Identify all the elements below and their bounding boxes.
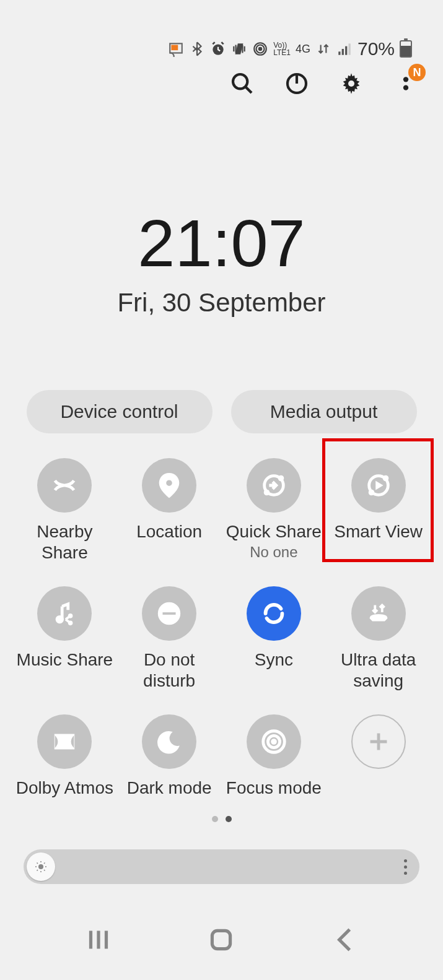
alarm-icon [210, 41, 226, 57]
hotspot-icon [252, 41, 268, 57]
svg-point-10 [233, 74, 247, 89]
brightness-slider[interactable] [24, 849, 419, 884]
tile-location[interactable]: Location [117, 453, 222, 563]
tile-dark-mode[interactable]: Dark mode [117, 709, 222, 799]
search-icon[interactable] [230, 71, 255, 96]
music-share-icon [37, 586, 92, 641]
clock-block: 21:07 Fri, 30 September [0, 204, 443, 318]
power-icon[interactable] [284, 71, 309, 96]
tile-focus-mode[interactable]: Focus mode [222, 709, 327, 799]
tile-quick-share[interactable]: Quick Share No one [222, 453, 327, 563]
network-text: 4G [296, 43, 310, 56]
clock-time: 21:07 [0, 204, 443, 282]
svg-point-21 [383, 476, 388, 481]
pill-row: Device control Media output [0, 390, 443, 433]
quick-share-icon [247, 458, 301, 513]
svg-rect-9 [348, 43, 350, 54]
nav-back-button[interactable] [329, 924, 360, 955]
svg-point-15 [403, 85, 408, 90]
notification-badge: N [408, 64, 426, 81]
tile-nearby-share[interactable]: Nearby Share [12, 453, 117, 563]
tile-sublabel: No one [250, 544, 297, 561]
moon-icon [142, 714, 196, 769]
cast-icon [168, 41, 184, 57]
quick-panel-toolbar: N [0, 71, 443, 96]
data-arrows-icon [315, 41, 331, 57]
nav-recents-button[interactable] [83, 924, 114, 955]
tile-label: Do not disturb [117, 649, 222, 691]
page-dot-active [226, 816, 232, 822]
status-bar: Vo)) LTE1 4G 70% [168, 38, 412, 59]
volte-icon: Vo)) LTE1 [273, 41, 291, 56]
tile-ultra-data-saving[interactable]: Ultra data saving [326, 581, 431, 691]
device-control-button[interactable]: Device control [27, 390, 213, 433]
brightness-menu-icon[interactable] [404, 859, 407, 875]
tile-label: Dark mode [127, 778, 212, 799]
nav-home-button[interactable] [206, 924, 237, 955]
location-pin-icon [142, 458, 196, 513]
svg-point-16 [165, 479, 173, 487]
page-indicator [0, 816, 443, 822]
quick-tiles-grid: Nearby Share Location Quick Share No one… [12, 453, 431, 799]
plus-icon [351, 714, 406, 769]
svg-point-13 [348, 80, 354, 87]
tile-music-share[interactable]: Music Share [12, 581, 117, 691]
media-output-button[interactable]: Media output [231, 390, 417, 433]
svg-point-3 [258, 47, 263, 51]
tile-do-not-disturb[interactable]: Do not disturb [117, 581, 222, 691]
brightness-thumb[interactable] [27, 852, 55, 881]
bluetooth-icon [189, 41, 205, 57]
tile-dolby-atmos[interactable]: Dolby Atmos [12, 709, 117, 799]
tile-label: Location [136, 521, 202, 542]
tile-label: Sync [255, 649, 293, 670]
svg-point-19 [265, 490, 270, 495]
tile-sync[interactable]: Sync [222, 581, 327, 691]
battery-percent: 70% [357, 38, 395, 59]
svg-rect-27 [162, 612, 177, 615]
svg-point-14 [403, 77, 408, 82]
tile-label: Dolby Atmos [16, 778, 113, 799]
nearby-share-icon [37, 458, 92, 513]
more-menu-icon[interactable]: N [393, 71, 418, 96]
svg-rect-7 [342, 49, 344, 55]
tile-add[interactable] [326, 709, 431, 799]
sync-icon [247, 586, 301, 641]
tile-label: Smart View [334, 521, 423, 542]
ultra-data-icon [351, 586, 406, 641]
tile-smart-view[interactable]: Smart View [326, 453, 431, 563]
settings-gear-icon[interactable] [339, 71, 364, 96]
svg-rect-1 [172, 45, 178, 51]
svg-rect-33 [213, 930, 230, 948]
tile-label: Ultra data saving [326, 649, 431, 691]
focus-target-icon [247, 714, 301, 769]
tile-label: Music Share [17, 649, 113, 670]
dolby-icon [37, 714, 92, 769]
svg-point-18 [279, 476, 284, 481]
svg-point-32 [38, 864, 43, 869]
vibrate-icon [231, 41, 247, 57]
svg-point-31 [271, 740, 276, 745]
tile-label: Focus mode [226, 778, 322, 799]
svg-point-22 [369, 490, 374, 495]
smart-view-icon [351, 458, 406, 513]
clock-date: Fri, 30 September [0, 288, 443, 318]
tile-label: Quick Share [226, 521, 322, 542]
tile-label: Nearby Share [12, 521, 117, 563]
dnd-icon [142, 586, 196, 641]
page-dot [212, 816, 218, 822]
svg-rect-6 [338, 51, 340, 54]
svg-rect-8 [345, 46, 347, 55]
svg-point-23 [56, 616, 64, 623]
system-navbar [0, 924, 443, 955]
battery-icon [400, 40, 412, 58]
signal-icon [336, 41, 353, 57]
